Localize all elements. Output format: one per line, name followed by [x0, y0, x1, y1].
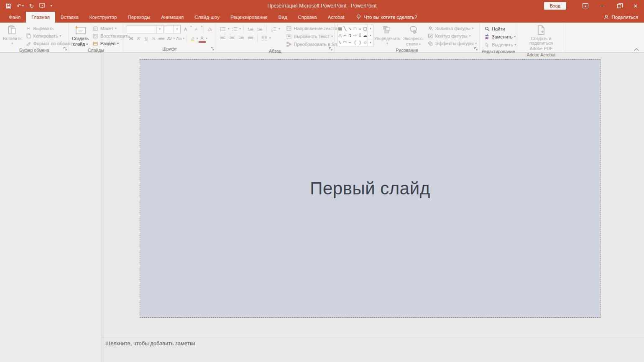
shape-rectangle-icon[interactable]: □ — [353, 25, 358, 32]
select-button[interactable]: Выделить ▾ — [484, 41, 516, 48]
copy-button[interactable]: Копировать ▾ — [24, 32, 77, 40]
slide[interactable]: Первый слайд — [140, 59, 601, 318]
shapes-scroll-down-icon[interactable]: ▼ — [368, 32, 373, 39]
shapes-scroll-up-icon[interactable]: ▲ — [368, 25, 373, 32]
close-button[interactable]: ✕ — [627, 0, 644, 12]
shape-down-arrow-icon[interactable]: ⇩ — [358, 32, 363, 39]
tab-design[interactable]: Конструктор — [84, 12, 123, 23]
find-button[interactable]: Найти — [484, 25, 516, 33]
shape-textbox-icon[interactable]: ▤ — [337, 25, 342, 32]
create-pdf-button[interactable]: Создать и поделиться Adobe PDF — [519, 24, 564, 52]
shape-curve-icon[interactable]: ∼ — [348, 39, 353, 46]
customize-qat-icon[interactable]: ▾ — [51, 4, 52, 8]
shape-elbow-arrow-icon[interactable]: ↴ — [348, 32, 353, 39]
collapse-ribbon-button[interactable] — [634, 48, 639, 51]
format-painter-button[interactable]: Формат по образцу — [24, 40, 77, 47]
font-size-dropdown-icon[interactable]: ▼ — [174, 25, 180, 33]
shape-scribble-icon[interactable]: ∿ — [337, 39, 342, 46]
drawing-dialog-launcher-icon[interactable] — [474, 47, 478, 51]
numbering-dropdown-icon[interactable]: ▾ — [240, 27, 241, 31]
shape-oval-icon[interactable]: ○ — [358, 25, 363, 32]
shape-right-arrow-icon[interactable]: ⇨ — [353, 32, 358, 39]
shapes-more-icon[interactable]: ▼ — [368, 39, 373, 46]
shape-star-icon[interactable]: ☆ — [363, 39, 368, 46]
notes-pane[interactable]: Щелкните, чтобы добавить заметки — [101, 337, 644, 362]
paragraph-dialog-launcher-icon[interactable] — [329, 47, 333, 51]
character-spacing-button[interactable]: AV — [166, 34, 173, 43]
font-color-button[interactable]: А — [199, 34, 206, 43]
increase-indent-button[interactable] — [256, 25, 264, 33]
sign-in-button[interactable]: Вход — [544, 2, 566, 10]
tab-home[interactable]: Главная — [26, 12, 55, 23]
shape-arc-icon[interactable]: ◠ — [342, 39, 348, 46]
save-icon[interactable] — [6, 3, 11, 9]
tab-view[interactable]: Вид — [273, 12, 293, 23]
start-slideshow-icon[interactable] — [39, 3, 45, 8]
text-highlight-button[interactable] — [189, 34, 196, 43]
clipboard-dialog-launcher-icon[interactable] — [63, 47, 67, 51]
columns-dropdown-icon[interactable]: ▾ — [269, 36, 271, 40]
tab-animations[interactable]: Анимация — [156, 12, 189, 23]
bold-button[interactable]: Ж — [128, 34, 135, 43]
decrease-indent-button[interactable] — [246, 25, 255, 33]
line-spacing-dropdown-icon[interactable]: ▾ — [279, 27, 280, 31]
shape-left-brace-icon[interactable]: ( — [353, 39, 358, 46]
tab-transitions[interactable]: Переходы — [122, 12, 156, 23]
tab-help[interactable]: Справка — [293, 12, 322, 23]
shape-rounded-rectangle-icon[interactable]: ▢ — [363, 25, 368, 32]
tab-acrobat[interactable]: Acrobat — [322, 12, 350, 23]
strikethrough-button[interactable]: abc — [158, 34, 166, 43]
cut-button[interactable]: ✂ Вырезать — [24, 25, 77, 32]
shape-elbow-connector-icon[interactable]: ⌐ — [342, 32, 348, 39]
redo-icon[interactable]: ↻ — [29, 3, 34, 9]
align-center-button[interactable] — [228, 34, 236, 42]
restore-button[interactable] — [611, 0, 627, 12]
quick-styles-button[interactable]: Экспресс- стили ▾ — [401, 24, 426, 47]
shape-right-brace-icon[interactable]: ) — [358, 39, 363, 46]
character-spacing-dropdown-icon[interactable]: ▾ — [174, 37, 175, 40]
shape-fill-button[interactable]: Заливка фигуры ▾ — [426, 25, 478, 32]
shape-cloud-icon[interactable]: ☁ — [363, 32, 368, 39]
paste-button[interactable]: Вставить ▾ — [1, 24, 24, 47]
tab-insert[interactable]: Вставка — [55, 12, 84, 23]
underline-button[interactable]: Ч — [143, 34, 150, 43]
shape-arrow-icon[interactable]: ↘ — [348, 25, 353, 32]
text-highlight-dropdown-icon[interactable]: ▾ — [197, 37, 198, 40]
tell-me-box[interactable]: Что вы хотите сделать? — [352, 12, 421, 23]
italic-button[interactable]: К — [135, 34, 142, 43]
undo-button[interactable]: ↶ ▾ — [17, 3, 24, 9]
slide-thumbnail-pane[interactable] — [0, 53, 101, 362]
arrange-button[interactable]: Упорядочить ▾ — [373, 24, 401, 47]
font-name-dropdown-icon[interactable]: ▼ — [156, 25, 163, 33]
tab-file[interactable]: Файл — [3, 12, 26, 23]
change-case-button[interactable]: Aa — [175, 34, 182, 43]
share-button[interactable]: Поделиться — [604, 12, 638, 23]
font-color-dropdown-icon[interactable]: ▾ — [206, 37, 208, 40]
shape-line-icon[interactable]: ╲ — [342, 25, 348, 32]
replace-button[interactable]: ab ac Заменить ▾ — [484, 33, 516, 41]
bullets-dropdown-icon[interactable]: ▾ — [228, 27, 230, 31]
minimize-button[interactable] — [594, 0, 611, 12]
numbering-button[interactable] — [230, 25, 239, 33]
font-size-combo[interactable]: ▼ — [165, 25, 181, 33]
shrink-font-button[interactable]: А — [193, 25, 200, 33]
shape-outline-button[interactable]: Контур фигуры ▾ — [426, 32, 478, 40]
change-case-dropdown-icon[interactable]: ▾ — [183, 37, 185, 40]
line-spacing-button[interactable] — [269, 25, 278, 33]
font-name-combo[interactable]: ▼ — [127, 25, 164, 33]
slide-title-text[interactable]: Первый слайд — [310, 178, 430, 199]
shape-triangle-icon[interactable]: △ — [337, 32, 342, 39]
columns-button[interactable] — [260, 34, 268, 42]
align-right-button[interactable] — [237, 34, 245, 42]
shape-effects-button[interactable]: Эффекты фигуры ▾ — [426, 40, 478, 47]
tab-slideshow[interactable]: Слайд-шоу — [189, 12, 225, 23]
undo-dropdown-icon[interactable]: ▾ — [22, 4, 24, 8]
text-shadow-button[interactable]: S — [150, 34, 157, 43]
new-slide-button[interactable]: Создать слайд ▾ — [70, 24, 91, 47]
align-left-button[interactable] — [219, 34, 227, 42]
tab-review[interactable]: Рецензирование — [225, 12, 273, 23]
font-dialog-launcher-icon[interactable] — [210, 47, 215, 51]
ribbon-display-options-button[interactable]: ▴ — [577, 0, 594, 12]
bullets-button[interactable] — [219, 25, 227, 33]
justify-button[interactable] — [246, 34, 255, 42]
